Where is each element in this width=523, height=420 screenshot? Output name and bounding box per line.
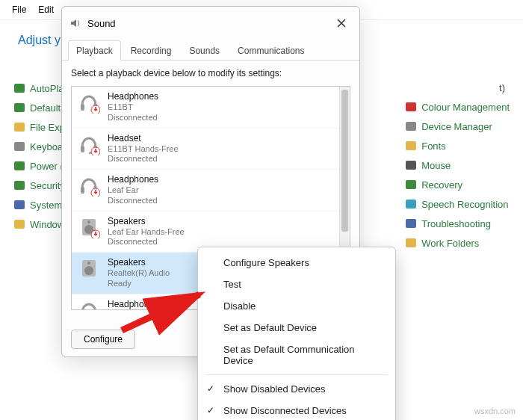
device-name: Headphones — [108, 91, 158, 102]
ctx-disable[interactable]: Disable — [198, 295, 395, 317]
close-icon — [337, 19, 346, 28]
tab-sounds[interactable]: Sounds — [181, 40, 228, 61]
ctx-set-default-comm-device[interactable]: Set as Default Communication Device — [198, 339, 395, 371]
svg-rect-4 — [14, 161, 25, 170]
mouse-icon — [405, 159, 417, 171]
ctx-test[interactable]: Test — [198, 274, 395, 295]
svg-rect-1 — [14, 103, 25, 112]
device-status: Disconnected — [108, 237, 185, 247]
cpl-item-mouse[interactable]: Mouse — [405, 159, 510, 171]
system-icon — [13, 199, 25, 211]
recovery-icon — [405, 179, 417, 191]
instruction-text: Select a playback device below to modify… — [71, 68, 350, 78]
svg-rect-19 — [81, 146, 84, 152]
device-row[interactable]: HeadphonesE11BTDisconnected — [72, 87, 350, 129]
device-row[interactable]: HeadsetE11BT Hands-FreeDisconnected — [72, 129, 350, 170]
speaker-icon — [78, 216, 100, 238]
device-status: Ready — [108, 279, 170, 289]
svg-rect-11 — [406, 161, 416, 170]
tab-recording[interactable]: Recording — [123, 40, 180, 61]
device-sub: Leaf Ear — [108, 185, 158, 196]
cpl-item-security[interactable]: Security — [13, 179, 65, 191]
cpl-item-default-programs[interactable]: Default — [13, 102, 65, 114]
autoplay-icon — [13, 82, 25, 94]
headset-icon — [78, 133, 100, 155]
configure-button[interactable]: Configure — [71, 330, 135, 349]
sound-icon — [69, 17, 81, 29]
cpl-item-device-manager[interactable]: Device Manager — [405, 120, 510, 132]
ctx-set-default-device[interactable]: Set as Default Device — [198, 317, 395, 339]
svg-rect-0 — [14, 84, 25, 93]
cpl-item-fonts[interactable]: Fonts — [405, 140, 510, 152]
dialog-title: Sound — [87, 18, 116, 29]
device-sub: E11BT Hands-Free — [108, 144, 179, 155]
cpl-label: Speech Recognition — [421, 199, 508, 210]
cpl-item-recovery[interactable]: Recovery — [405, 179, 510, 191]
headphones-icon — [78, 174, 100, 197]
watermark: wsxdn.com — [474, 407, 516, 416]
cpl-item-work-folders[interactable]: Work Folders — [405, 237, 510, 249]
cpl-label: Troubleshooting — [421, 218, 491, 229]
cpl-item-autoplay[interactable]: AutoPla — [13, 82, 65, 94]
svg-rect-16 — [81, 104, 84, 111]
device-sub: Realtek(R) Audio — [108, 310, 170, 311]
cpl-label: Default — [30, 102, 61, 114]
svg-rect-5 — [14, 181, 25, 190]
cpl-item-file-explorer[interactable]: File Exp — [13, 121, 65, 133]
cpl-item-system[interactable]: System — [13, 199, 65, 211]
speaker-icon — [78, 257, 100, 280]
svg-rect-10 — [406, 141, 416, 150]
cpl-label: Work Folders — [421, 238, 479, 249]
ctx-show-disconnected[interactable]: Show Disconnected Devices — [198, 400, 395, 420]
svg-rect-9 — [406, 122, 416, 131]
power-icon — [13, 160, 25, 172]
dialog-titlebar: Sound — [62, 7, 359, 40]
device-manager-icon — [405, 120, 417, 132]
device-row[interactable]: HeadphonesLeaf EarDisconnected — [72, 170, 350, 211]
cpl-label: Power ( — [30, 161, 64, 172]
cpl-label: Colour Management — [421, 102, 510, 113]
menu-file[interactable]: File — [7, 3, 31, 16]
scrollbar-thumb[interactable] — [341, 90, 348, 232]
keyboard-icon — [13, 140, 25, 152]
cpl-item-speech[interactable]: Speech Recognition — [405, 198, 510, 210]
device-name: Speakers — [108, 257, 170, 268]
color-icon — [405, 101, 417, 113]
svg-rect-3 — [14, 142, 25, 151]
tab-playback[interactable]: Playback — [68, 40, 121, 61]
cpl-label: Device Manager — [421, 121, 492, 132]
cpl-item-troubleshoot[interactable]: Troubleshooting — [405, 217, 510, 229]
cpl-label: Recovery — [421, 179, 462, 191]
tab-strip: Playback Recording Sounds Communications — [62, 40, 359, 61]
svg-point-31 — [87, 262, 90, 265]
cpl-label: Window — [30, 219, 64, 230]
windows-tools-icon — [13, 218, 25, 230]
cpl-label: System — [30, 200, 62, 211]
svg-rect-13 — [406, 200, 416, 209]
device-name: Headphones — [108, 174, 158, 185]
tab-communications[interactable]: Communications — [229, 40, 312, 61]
cpl-item-windows-tools[interactable]: Window — [13, 218, 65, 230]
svg-rect-2 — [14, 123, 25, 132]
device-name: Speakers — [108, 216, 185, 227]
device-name: Headset — [108, 133, 179, 144]
security-icon — [13, 179, 25, 191]
cpl-label: Mouse — [421, 160, 451, 171]
svg-rect-12 — [406, 180, 416, 189]
cpl-item-keyboard[interactable]: Keyboa — [13, 140, 65, 152]
svg-rect-15 — [406, 238, 416, 247]
ctx-show-disabled[interactable]: Show Disabled Devices — [198, 378, 395, 400]
cpl-item-power[interactable]: Power ( — [13, 160, 65, 172]
work-folders-icon — [405, 237, 417, 249]
ctx-configure-speakers[interactable]: Configure Speakers — [198, 252, 395, 274]
speech-icon — [405, 198, 417, 210]
context-menu: Configure Speakers Test Disable Set as D… — [197, 247, 396, 420]
menu-edit[interactable]: Edit — [34, 3, 58, 16]
close-button[interactable] — [331, 13, 352, 34]
cpl-label: Fonts — [421, 140, 446, 152]
headphones-icon — [78, 299, 100, 311]
device-sub: Leaf Ear Hands-Free — [108, 227, 185, 238]
svg-rect-22 — [81, 187, 84, 194]
cpl-label: File Exp — [30, 122, 65, 133]
cpl-item-color[interactable]: Colour Management — [405, 101, 510, 113]
